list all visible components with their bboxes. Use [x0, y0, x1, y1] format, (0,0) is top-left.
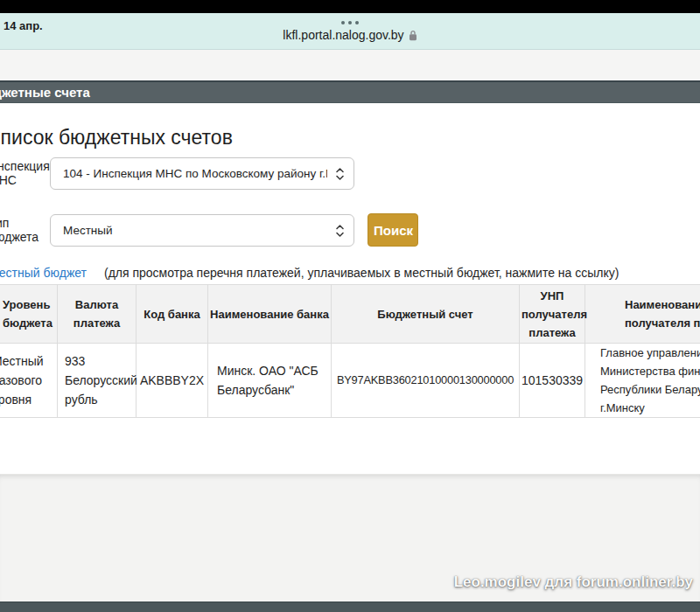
cell-bank-code: AKBBBY2X	[136, 344, 208, 418]
inspection-select-value: 104 - Инспекция МНС по Московскому район…	[63, 167, 327, 180]
column-header-bank-name: Наименование банка	[208, 285, 332, 344]
cell-payment-currency: 933 Белорусский рубль	[58, 344, 136, 418]
column-header-payment-currency: Валюта платежа	[58, 285, 136, 344]
cell-recipient-name: Главное управление Министерства финансов…	[585, 344, 700, 418]
page-header-bar: Бюджетные счета	[0, 80, 700, 103]
browser-toolbar-strip	[0, 50, 700, 80]
bottom-bar	[0, 602, 700, 612]
safari-window: 14 апр. lkfl.portal.nalog.gov.by Бюджетн…	[0, 0, 700, 612]
page-title: Список бюджетных счетов	[0, 125, 233, 150]
cell-budget-level: Местный базового уровня	[0, 344, 58, 418]
cell-bank-name: Минск. ОАО "АСБ Беларусбанк"	[208, 344, 332, 418]
url-text[interactable]: lkfl.portal.nalog.gov.by	[283, 28, 403, 42]
chevron-up-down-icon	[335, 223, 345, 239]
budget-accounts-table: Уровень бюджета Валюта платежа Код банка…	[0, 284, 700, 418]
table-header-row: Уровень бюджета Валюта платежа Код банка…	[0, 285, 700, 344]
local-budget-link[interactable]: Местный бюджет	[0, 266, 87, 280]
inspection-label: Инспекция МНС	[0, 159, 50, 187]
budget-type-select[interactable]: Местный	[50, 214, 354, 247]
watermark: Leo.mogilev для forum.onliner.by	[454, 574, 693, 591]
more-dots-icon[interactable]	[332, 21, 368, 24]
address-bar: lkfl.portal.nalog.gov.by	[0, 13, 700, 42]
page-header-title: Бюджетные счета	[0, 85, 90, 100]
inspection-select[interactable]: 104 - Инспекция МНС по Московскому район…	[50, 157, 354, 190]
column-header-recipient-unp: УНП получателя платежа	[520, 285, 585, 344]
column-header-budget-level: Уровень бюджета	[0, 285, 58, 344]
cell-budget-account: BY97AKBB36021010000130000000	[332, 344, 520, 418]
column-header-recipient-name: Наименование получателя платежа	[585, 285, 700, 344]
column-header-budget-account: Бюджетный счет	[332, 285, 520, 344]
table-row: Местный базового уровня 933 Белорусский …	[0, 344, 700, 418]
footer-area: Leo.mogilev для forum.onliner.by	[0, 474, 700, 602]
budget-type-select-value: Местный	[63, 224, 113, 237]
page-content: Бюджетные счета Список бюджетных счетов …	[0, 80, 700, 103]
browser-nav-bar: 14 апр. lkfl.portal.nalog.gov.by	[0, 13, 700, 50]
status-bar	[0, 0, 700, 13]
lock-icon	[409, 30, 417, 41]
local-budget-link-row: Местный бюджет (для просмотра перечня пл…	[0, 266, 619, 280]
column-header-bank-code: Код банка	[136, 285, 208, 344]
chevron-up-down-icon	[335, 166, 345, 182]
cell-recipient-unp: 101530339	[520, 344, 585, 418]
search-button[interactable]: Поиск	[368, 213, 418, 247]
link-note: (для просмотра перечня платежей, уплачив…	[104, 266, 619, 280]
budget-type-label: Тип бюджета	[0, 216, 38, 244]
